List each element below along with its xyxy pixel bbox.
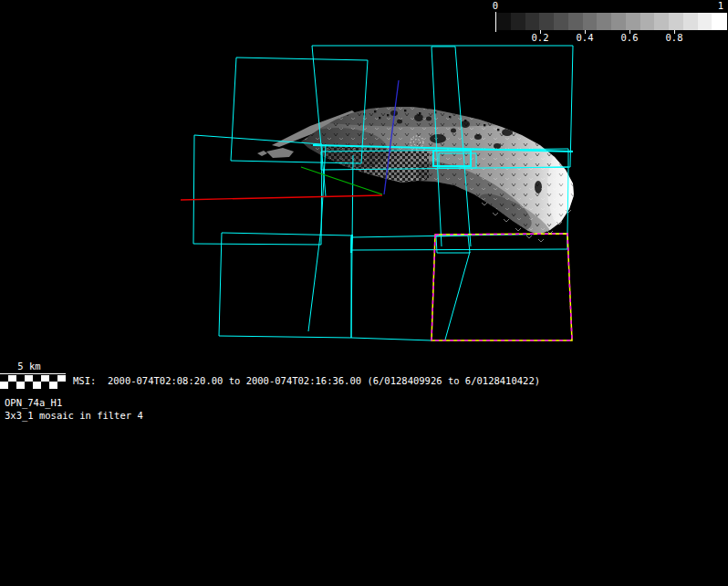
colorbar-segment [525,13,540,30]
colorbar-segment [597,13,611,30]
colorbar-max-label: 1 [718,1,723,11]
surface-mark [493,213,498,215]
visualization-canvas[interactable] [0,0,728,586]
colorbar-tick-label: 0.2 [532,33,549,43]
surface-mark [526,235,532,238]
scalebar-cell [33,382,41,389]
app-window: 0 1 0.2 0.4 0.6 0.8 5 km MSI: 2000-074T0… [0,0,728,586]
surface-mark [515,228,521,231]
scalebar-cell [8,375,16,382]
colorbar [495,12,727,34]
asteroid-fragment [266,148,294,158]
colorbar-segment [712,13,726,30]
footprint-bottom-left [219,233,351,338]
colorbar-tick-label: 0.6 [621,33,639,43]
footprint-bottom-right-edge [445,252,470,340]
scalebar [0,374,66,389]
colorbar-segment [554,13,568,30]
colorbar-min-label: 0 [493,1,498,11]
colorbar-tick-label: 0.8 [666,33,683,43]
colorbar-segment [698,13,712,30]
colorbar-segment [583,13,598,30]
colorbar-segment [511,13,525,30]
limb-highlight [547,149,577,225]
bottom-edge-extension [351,338,432,340]
surface-mark [482,203,487,205]
scalebar-cell [41,375,49,382]
colorbar-segment [611,13,626,30]
colorbar-segment [496,13,511,30]
surface-fleck [392,103,394,105]
footprint-left [193,135,322,245]
surface-fleck [427,107,429,109]
status-mosaic-desc: 3x3_1 mosaic in filter 4 [5,411,143,421]
colorbar-segment [683,13,698,30]
colorbar-segment [626,13,640,30]
scalebar-cell [0,382,8,389]
scalebar-cell [57,375,66,382]
colorbar-segment [568,13,583,30]
surface-fleck [461,113,463,115]
colorbar-segment [539,13,554,30]
scalebar-cell [25,375,33,382]
colorbar-tick-label: 0.4 [577,33,594,43]
scalebar-cell [49,382,57,389]
scalebar-label: 5 km [17,361,40,371]
x-axis-red [181,195,382,200]
surface-mark [538,239,544,242]
asteroid-eros [257,103,577,249]
scalebar-cell [16,382,25,389]
colorbar-segment [669,13,683,30]
surface-mark [504,219,509,222]
colorbar-segment [654,13,669,30]
status-opnav-id: OPN_74a_H1 [5,398,62,408]
colorbar-segment [640,13,655,30]
status-msi-time-range: MSI: 2000-074T02:08:20.00 to 2000-074T02… [73,376,540,386]
asteroid-fragment [257,151,267,156]
